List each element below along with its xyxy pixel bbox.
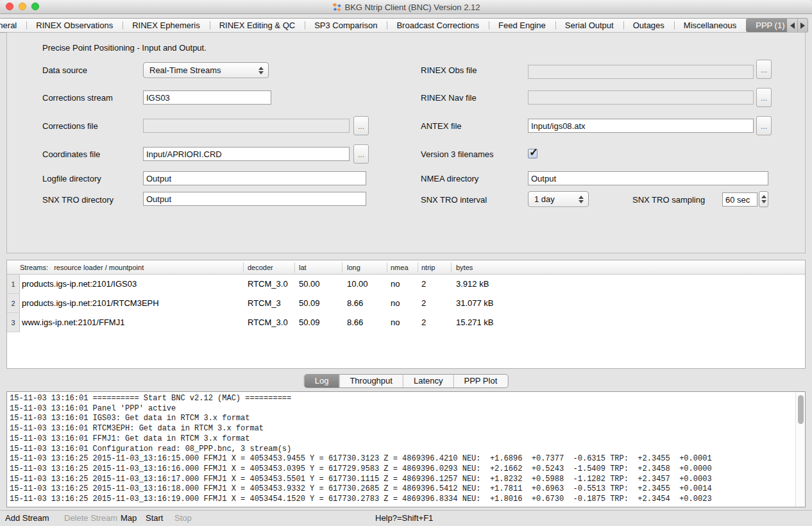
snx-tro-sampling-input[interactable] — [722, 192, 757, 207]
stream-cell-6: 15.271 kB — [456, 313, 494, 332]
rinex-obs-file-input[interactable] — [528, 65, 754, 79]
log-area[interactable]: 15-11-03 13:16:01 ========== Start BNC v… — [6, 391, 806, 507]
log-tab-bar: LogThroughputLatencyPPP Plot — [304, 374, 509, 388]
data-source-label: Data source — [42, 65, 87, 75]
panel-heading: Precise Point Positioning - Input and Ou… — [42, 43, 207, 53]
stream-row[interactable]: 3www.igs-ip.net:2101/FFMJ1RTCM_3.050.098… — [7, 313, 805, 332]
antex-file-label: ANTEX file — [421, 121, 462, 131]
stream-cell-4: no — [391, 294, 400, 313]
log-scrollbar[interactable] — [795, 392, 805, 507]
tab-scroll-right-button[interactable] — [797, 19, 808, 32]
stream-cell-1: RTCM_3.0 — [248, 313, 288, 332]
tab-rinex-observations[interactable]: RINEX Observations — [26, 19, 123, 32]
row-number: 3 — [7, 313, 20, 332]
stream-cell-3: 10.00 — [347, 275, 368, 294]
stop-button[interactable]: Stop — [174, 513, 192, 523]
coordinates-file-input[interactable] — [143, 147, 350, 161]
antex-file-browse-button[interactable]: ... — [756, 116, 772, 135]
version3-filenames-label: Version 3 filenames — [421, 149, 493, 159]
ppp-panel: Precise Point Positioning - Input and Ou… — [6, 32, 806, 253]
streams-header-col-4: nmea — [391, 260, 409, 275]
stream-cell-0: www.igs-ip.net:2101/FFMJ1 — [22, 313, 124, 332]
rinex-obs-file-label: RINEX Obs file — [421, 65, 477, 75]
data-source-value: Real-Time Streams — [149, 65, 221, 75]
combo-arrows-icon — [257, 63, 265, 78]
map-button[interactable]: Map — [121, 513, 137, 523]
logfile-directory-label: Logfile directory — [42, 174, 101, 183]
stream-cell-6: 31.077 kB — [456, 294, 494, 313]
tab-scroll-left-button[interactable] — [787, 19, 797, 32]
streams-header-col-2: lat — [299, 260, 307, 275]
coordinates-file-browse-button[interactable]: ... — [353, 144, 369, 164]
snx-tro-interval-label: SNX TRO interval — [421, 195, 487, 205]
tab-serial-output[interactable]: Serial Output — [555, 19, 623, 32]
tab-outages[interactable]: Outages — [623, 19, 674, 32]
titlebar: BKG Ntrip Client (BNC) Version 2.12 — [0, 0, 812, 14]
start-button[interactable]: Start — [146, 513, 163, 523]
tab-feed-engine[interactable]: Feed Engine — [489, 19, 555, 32]
tab-broadcast-corrections[interactable]: Broadcast Corrections — [387, 19, 489, 32]
antex-file-input[interactable] — [528, 119, 754, 133]
log-line: 15-11-03 13:16:25 2015-11-03_13:16:18.00… — [10, 484, 793, 495]
tab-miscellaneous[interactable]: Miscellaneous — [674, 19, 746, 32]
data-source-select[interactable]: Real-Time Streams — [143, 62, 269, 78]
stream-cell-4: no — [391, 275, 400, 294]
combo-arrows-icon — [577, 192, 585, 207]
log-tab-throughput[interactable]: Throughput — [339, 375, 403, 387]
stream-cell-0: products.igs-ip.net:2101/IGS03 — [22, 275, 137, 294]
main-tab-strip: GeneralRINEX ObservationsRINEX Ephemeris… — [0, 18, 795, 33]
stream-cell-5: 2 — [421, 275, 426, 294]
left-arrow-icon — [790, 22, 795, 29]
nmea-directory-input[interactable] — [528, 171, 768, 185]
corrections-file-browse-button[interactable]: ... — [353, 116, 369, 135]
stream-cell-2: 50.00 — [299, 275, 320, 294]
corrections-stream-input[interactable] — [143, 90, 271, 105]
tab-scroll-arrows — [787, 18, 808, 33]
stream-cell-6: 3.912 kB — [456, 275, 489, 294]
stream-cell-3: 8.66 — [347, 294, 363, 313]
tab-general[interactable]: General — [0, 19, 26, 32]
streams-table: Streams: resource loader / mountpointdec… — [6, 260, 806, 369]
log-line: 15-11-03 13:16:01 Panel 'PPP' active — [10, 404, 793, 414]
corrections-file-label: Corrections file — [42, 121, 98, 131]
streams-header-col-6: bytes — [456, 260, 473, 275]
snx-tro-directory-label: SNX TRO directory — [42, 195, 114, 205]
version3-filenames-checkbox[interactable]: ✓ — [528, 149, 537, 158]
stream-cell-0: products.igs-ip.net:2101/RTCM3EPH — [22, 294, 159, 313]
rinex-obs-file-browse-button[interactable]: ... — [756, 60, 772, 79]
rinex-nav-file-browse-button[interactable]: ... — [756, 88, 772, 107]
add-stream-button[interactable]: Add Stream — [5, 513, 49, 523]
snx-tro-interval-value: 1 day — [534, 194, 555, 204]
log-line: 15-11-03 13:16:25 2015-11-03_13:16:19.00… — [10, 495, 793, 505]
corrections-stream-label: Corrections stream — [42, 93, 113, 103]
log-line: 15-11-03 13:16:01 ========== Start BNC v… — [10, 394, 793, 404]
bnc-app-icon — [332, 3, 342, 12]
stream-row[interactable]: 2products.igs-ip.net:2101/RTCM3EPHRTCM_3… — [7, 294, 805, 313]
logfile-directory-input[interactable] — [143, 171, 366, 185]
snx-tro-sampling-label: SNX TRO sampling — [632, 195, 705, 205]
tab-rinex-editing-qc[interactable]: RINEX Editing & QC — [210, 19, 305, 32]
snx-tro-sampling-stepper[interactable] — [759, 191, 768, 207]
stepper-down-icon — [761, 200, 766, 203]
corrections-file-input[interactable] — [143, 119, 350, 133]
log-tab-ppp-plot[interactable]: PPP Plot — [453, 375, 507, 387]
log-tab-latency[interactable]: Latency — [403, 375, 453, 387]
checkmark-icon: ✓ — [529, 146, 538, 159]
tab-sp3-comparison[interactable]: SP3 Comparison — [305, 19, 387, 32]
rinex-nav-file-input[interactable] — [528, 90, 754, 105]
log-scrollbar-thumb[interactable] — [798, 395, 804, 424]
delete-stream-button[interactable]: Delete Stream — [64, 513, 117, 523]
tab-rinex-ephemeris[interactable]: RINEX Ephemeris — [123, 19, 209, 32]
log-line: 15-11-03 13:16:25 2015-11-03_13:16:16.00… — [10, 464, 793, 475]
streams-header-col-1: decoder — [248, 260, 273, 275]
stepper-up-icon — [761, 195, 766, 198]
nmea-directory-label: NMEA directory — [421, 174, 478, 183]
snx-tro-interval-select[interactable]: 1 day — [528, 191, 589, 207]
log-tab-log[interactable]: Log — [305, 375, 339, 387]
stream-cell-1: RTCM_3 — [248, 294, 281, 313]
log-line: 15-11-03 13:16:01 RTCM3EPH: Get data in … — [10, 424, 793, 434]
snx-tro-directory-input[interactable] — [143, 192, 366, 206]
bottom-toolbar: Help?=Shift+F1 Add StreamDelete StreamMa… — [0, 510, 812, 526]
stream-row[interactable]: 1products.igs-ip.net:2101/IGS03RTCM_3.05… — [7, 275, 805, 294]
log-lines: 15-11-03 13:16:01 ========== Start BNC v… — [10, 394, 793, 505]
